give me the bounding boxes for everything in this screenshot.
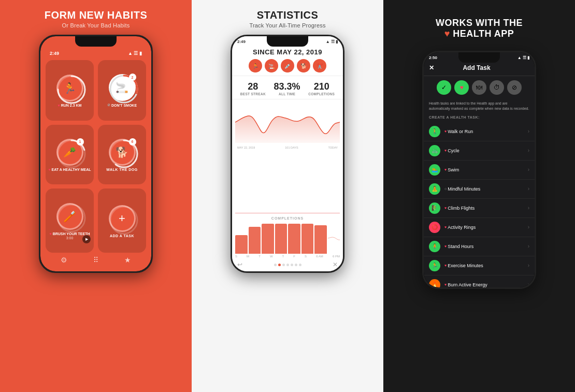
- dot-6: [295, 264, 297, 266]
- cat-check[interactable]: ✓: [437, 80, 451, 95]
- habit-brush[interactable]: 🪥 ▶ ♥ BRUSH YOUR TEETH 3:00: [46, 188, 94, 253]
- cat-block[interactable]: ⊘: [507, 80, 522, 95]
- cat-heart[interactable]: ♥: [454, 80, 469, 95]
- chart-x-labels: MAY 22, 2019 101 DAYS TODAY: [235, 145, 340, 150]
- bar-chart-x-labels: S M T W T F S 6 AM 6 PM: [232, 254, 343, 259]
- star-icon[interactable]: ★: [124, 256, 131, 264]
- eat-count: 1: [77, 138, 84, 146]
- stat-completions: 210 COMPLETIONS: [308, 81, 335, 96]
- chevron-cycle: ›: [528, 148, 529, 153]
- habit-smoke[interactable]: 🚬 2 ⊘ DON'T SMOKE: [98, 60, 146, 121]
- habit-grid: 🏃 ♥ RUN 2.3 KM 🚬 2 ⊘: [46, 60, 146, 253]
- bar-3: [262, 224, 274, 254]
- task-icon-activity: ⭕: [429, 222, 440, 233]
- since-label: SINCE MAY 22, 2019: [237, 48, 338, 56]
- line-chart-area: MAY 22, 2019 101 DAYS TODAY: [232, 99, 343, 211]
- status-icons-3: ▲ ☰ ▮: [518, 55, 529, 60]
- task-icon-climb: 🧗: [429, 202, 440, 214]
- grid-icon[interactable]: ⠿: [93, 256, 98, 264]
- habit-icon-brush: 🪥: [56, 203, 83, 230]
- completions-label: COMPLETIONS: [232, 216, 343, 220]
- bx-s1: S: [235, 255, 237, 258]
- task-activity[interactable]: ⭕ ♥ Activity Rings ›: [424, 218, 535, 237]
- screen3-titlebar: ✕ Add Task: [424, 62, 535, 76]
- task-name-burn: Burn Active Energy: [448, 282, 528, 287]
- panel3-title-line1: WORKS WITH THE: [436, 18, 523, 28]
- smoke-count: 2: [129, 74, 136, 81]
- task-icon-cycle: 🚲: [429, 145, 440, 156]
- bx-6pm: 6 PM: [333, 255, 340, 258]
- stats-header: SINCE MAY 22, 2019 🏃 🚬 💉 🐕 ✂️: [232, 46, 343, 76]
- habit-icon-eat: 🥕 1: [56, 139, 83, 166]
- bar-4: [275, 224, 288, 254]
- dot-7: [299, 264, 301, 266]
- dot-5: [291, 264, 293, 266]
- line-chart-svg: [235, 101, 340, 143]
- status-icons-2: ▲ ☰ ▮: [326, 39, 338, 44]
- stat-completions-label: COMPLETIONS: [308, 92, 335, 96]
- dot-3: [282, 264, 285, 266]
- statusbar-3: 2:50 ▲ ☰ ▮: [424, 52, 535, 62]
- panel2-subtitle: Track Your All-Time Progress: [249, 22, 325, 28]
- svg-point-9: [110, 207, 137, 234]
- screen1: 2:49 ▲ ☰ ▮ 🏃 ♥ RUN 2.3 KM: [40, 36, 151, 271]
- task-burn[interactable]: 🔥 ♥ Burn Active Energy ›: [424, 275, 535, 287]
- task-walk-run[interactable]: 🚶 ♥ Walk or Run ›: [424, 122, 535, 141]
- bx-s2: S: [305, 255, 307, 258]
- time-1: 2:49: [50, 51, 59, 56]
- panel-health: WORKS WITH THE ♥ HEALTH APP 2:50 ▲ ☰ ▮ ✕…: [383, 0, 575, 392]
- task-name-swim: Swim: [448, 167, 528, 172]
- x-label-mid: 101 DAYS: [285, 146, 298, 149]
- task-name-activity: Activity Rings: [448, 225, 528, 230]
- close-x-icon[interactable]: ✕: [333, 261, 338, 268]
- dog-count: 6: [129, 138, 136, 146]
- act-icon-5: ✂️: [313, 59, 326, 72]
- stats-row: 28 BEST STREAK 83.3% ALL TIME 210 COMPLE…: [232, 76, 343, 99]
- task-icon-swim: 🏊: [429, 164, 440, 176]
- time-2: 2:49: [237, 39, 246, 44]
- habit-run[interactable]: 🏃 ♥ RUN 2.3 KM: [46, 60, 94, 121]
- stat-completions-value: 210: [308, 81, 335, 92]
- cat-timer[interactable]: ⏱: [490, 80, 504, 95]
- panel2-title: STATISTICS: [257, 9, 319, 21]
- dot-1: [274, 264, 277, 266]
- task-climb[interactable]: 🧗 ♥ Climb Flights ›: [424, 199, 535, 218]
- category-icons: ✓ ♥ 🍽 ⏱ ⊘: [424, 76, 535, 99]
- play-button[interactable]: ▶: [82, 235, 91, 243]
- task-icon-walk: 🚶: [429, 126, 440, 137]
- chevron-walk: ›: [528, 128, 529, 134]
- bx-f: F: [293, 255, 295, 258]
- task-stand[interactable]: 🧍 ♥ Stand Hours ›: [424, 237, 535, 256]
- chevron-activity: ›: [528, 224, 529, 230]
- screen1-bottombar: ⚙ ⠿ ★: [46, 253, 146, 266]
- bar-2: [249, 227, 261, 254]
- time-3: 2:50: [429, 55, 437, 60]
- health-task-list: 🚶 ♥ Walk or Run › 🚲 ♥ Cycle › 🏊 ♥ Swim: [424, 122, 535, 287]
- habit-add[interactable]: + ADD A TASK: [98, 188, 146, 253]
- task-cycle[interactable]: 🚲 ♥ Cycle ›: [424, 141, 535, 161]
- stat-alltime: 83.3% ALL TIME: [274, 81, 300, 96]
- line-section: [328, 220, 340, 254]
- bar-7: [314, 225, 327, 254]
- habit-dog[interactable]: 🐕 6 WALK THE DOG: [98, 125, 146, 185]
- bx-w: W: [270, 255, 273, 258]
- settings-icon[interactable]: ⚙: [61, 256, 67, 264]
- screen3-title: Add Task: [463, 64, 490, 71]
- task-swim[interactable]: 🏊 ♥ Swim ›: [424, 161, 535, 180]
- bx-t1: T: [258, 255, 261, 258]
- health-description: Health tasks are linked to the Health ap…: [424, 99, 535, 115]
- chevron-climb: ›: [528, 205, 529, 211]
- bx-t2: T: [282, 255, 284, 258]
- bx-m: M: [247, 255, 249, 258]
- close-button[interactable]: ✕: [429, 64, 434, 71]
- bar-1: [235, 235, 248, 254]
- cat-fork[interactable]: 🍽: [472, 80, 486, 95]
- habit-eat[interactable]: 🥕 1 ♥ EAT A HEALTHY MEAL: [46, 125, 94, 185]
- phone-frame-2: 2:49 ▲ ☰ ▮ SINCE MAY 22, 2019 🏃 🚬 💉 🐕 ✂️…: [231, 35, 344, 273]
- back-arrow-icon[interactable]: ↩: [237, 261, 242, 268]
- task-exercise[interactable]: 🏃 ♥ Exercise Minutes ›: [424, 256, 535, 275]
- statusbar-2: 2:49 ▲ ☰ ▮: [232, 36, 343, 46]
- task-mindful[interactable]: 🧘 ○ Mindful Minutes ›: [424, 180, 535, 199]
- status-icons-1: ▲ ☰ ▮: [128, 51, 142, 56]
- panel-form-habits: FORM NEW HABITS Or Break Your Bad Habits…: [0, 0, 192, 392]
